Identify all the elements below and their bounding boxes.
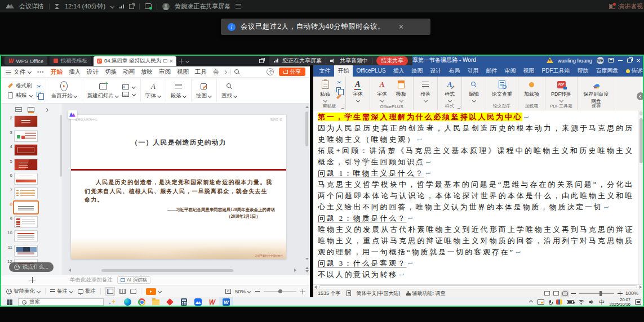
fit-slide-icon[interactable] [225,289,231,294]
styles-button[interactable]: 样式 [442,79,458,102]
new-tab-icon[interactable] [179,59,183,63]
paste-button[interactable]: 粘贴 [8,92,33,99]
word-ribbon-tab[interactable]: 开始 [334,65,353,77]
start-button[interactable] [2,297,17,307]
taskbar-app-button[interactable] [163,297,177,307]
slide-thumbnail-preview[interactable] [14,230,38,242]
slide-thumbnail-preview[interactable] [14,144,38,156]
word-ribbon-tab[interactable]: 绘图 [408,65,427,77]
taskbar-search-box[interactable]: 搜索 [18,298,104,306]
dialog-launcher-icon[interactable] [341,106,344,109]
meeting-details-button[interactable]: 会议详情 [19,2,44,11]
taskbar-chrome-button[interactable] [135,297,149,307]
slide-thumbnail-preview[interactable] [14,173,38,185]
language-status[interactable]: 简体中文(中国大陆) [357,290,401,297]
wps-document-tab[interactable]: 04.第四章 坚持以人民为 [94,56,176,66]
panel-expand-chevron-icon[interactable] [45,108,48,111]
wps-ribbon-tab[interactable]: 开始 [47,66,65,77]
paragraph-button[interactable]: 段落 [418,79,433,102]
outline-view-icon[interactable] [15,107,22,112]
user-avatar[interactable]: WH [597,57,604,64]
word-ribbon-tab[interactable]: 引用 [464,65,482,77]
wps-cloud-tray-icon[interactable] [556,299,562,305]
pdf-convert-button[interactable]: PDF转换 [549,79,573,102]
find-button[interactable]: 查找 [221,81,237,100]
slide-thumbnail-row[interactable]: 8 [1,202,63,213]
print-layout-icon[interactable] [553,291,559,296]
wps-ribbon-tab[interactable]: 审阅 [156,66,174,77]
normal-view-button[interactable] [105,287,115,296]
smart-beautify-button[interactable]: 智能美化 [6,288,41,295]
volume-icon[interactable] [589,299,594,305]
doc-paragraph[interactable]: 不以人的意识为转移↩ [318,269,634,280]
font-button[interactable]: 字体 [350,79,366,102]
action-center-icon[interactable] [635,299,641,305]
slide-thumbnail-row[interactable]: 5 [1,159,63,171]
scroll-down-icon[interactable] [305,258,309,260]
collapse-panel-button[interactable] [637,92,644,100]
display-tray-icon[interactable] [538,299,544,305]
taskbar-edge-button[interactable] [121,297,135,307]
tab-list-chevron-icon[interactable] [185,60,189,62]
cut-icon[interactable] [336,80,341,86]
signed-in-user[interactable]: wanling huang [558,57,592,64]
zoom-in-icon[interactable] [300,289,305,294]
paste-button[interactable]: 粘贴 [317,79,333,102]
scrollbar-thumb[interactable] [639,118,643,163]
wps-restore-icon[interactable] [259,59,264,63]
document-horizontal-scrollbar[interactable] [313,284,643,289]
word-ribbon-tab[interactable]: 文件 [316,65,334,77]
dialog-launcher-icon[interactable] [458,106,460,109]
slide-section-button[interactable] [122,92,136,97]
zoom-in-icon[interactable] [618,291,622,296]
word-count[interactable]: 1535 个字 [318,290,341,297]
wps-ai-button[interactable] [68,110,77,119]
zoom-out-icon[interactable] [255,291,260,292]
cloud-upload-icon[interactable] [267,68,274,75]
slide-attribution[interactable]: ——习近平在纪念周恩来同志诞辰120周年座谈会上的讲话 [82,207,275,213]
meeting-timer[interactable]: 12:14 (40分钟) [65,2,105,11]
slide-body-text[interactable]: 人民是历史的创造者，是决定党和国家前途命运的根本力量。我们党来自人民、植根人民、… [85,178,273,204]
scroll-right-icon[interactable] [639,285,642,289]
notes-toggle-button[interactable]: 备注 [50,288,73,295]
slide-thumbnail-preview[interactable] [14,216,38,228]
copilot-sparkle-icon[interactable] [107,297,121,307]
slide-thumbnail-preview[interactable] [14,202,38,213]
wps-ribbon-tab[interactable]: 视图 [174,66,192,77]
proofing-icon[interactable] [347,290,351,296]
slideshow-button[interactable] [146,288,162,295]
slide-sorter-view-icon[interactable] [119,289,126,294]
notes-placeholder[interactable]: 单击此处添加备注 [70,276,113,284]
slide-thumbnail-row[interactable]: 7 [1,187,63,199]
scrollbar-thumb[interactable] [319,285,637,288]
current-slide[interactable]: 坚持以人民为中心 第四章 坚 （一）人民是创造历史的动力 人民是历史的创造者，是… [71,115,286,259]
zoom-slider[interactable] [264,291,296,292]
wps-ribbon-tab[interactable]: 动画 [119,66,137,77]
slide-pager[interactable] [305,267,309,272]
tab-close-icon[interactable] [170,59,173,62]
tray-expand-icon[interactable] [529,301,533,303]
wps-ribbon-tab[interactable]: 设计 [83,66,101,77]
scroll-left-icon[interactable] [314,285,317,289]
wifi-icon[interactable] [578,299,584,305]
wps-ribbon-tab[interactable]: 工具 [192,66,210,77]
template-button[interactable]: 模板 [393,79,409,102]
slide-thumbnail-row[interactable]: 2 [1,115,63,127]
slide-thumbnail-preview[interactable] [14,245,38,257]
ai-speech-notes-button[interactable]: AI 演讲稿 [117,276,150,284]
microphone-tray-icon[interactable] [549,300,552,305]
cut-icon[interactable] [37,84,41,90]
reading-view-icon[interactable] [130,289,136,294]
baidu-save-button[interactable]: 保存到百度网盘 [581,79,611,106]
wps-file-menu[interactable]: 文件 [6,68,34,76]
wps-docer-tab[interactable]: 找稻壳模板 [50,56,91,65]
toast-close-icon[interactable] [399,25,403,29]
draw-button[interactable]: 绘图 [196,81,212,100]
format-painter-button[interactable]: 格式刷 [8,82,33,90]
doc-paragraph[interactable]: 因为人民是历史真正的创造者，人民是创造历史的根本动力，来源于马克思的历史唯物主义… [318,123,634,145]
doc-paragraph[interactable]: 问题 2：物质是什么？↩ [318,213,634,224]
doc-paragraph[interactable]: 第一，学生需深入理解为什么必须坚持以人民为中心↩ [318,111,634,123]
chevron-down-icon[interactable] [110,5,114,8]
wps-ribbon-tab[interactable]: 会 [210,66,222,77]
slide-thumbnail-preview[interactable] [14,187,38,199]
